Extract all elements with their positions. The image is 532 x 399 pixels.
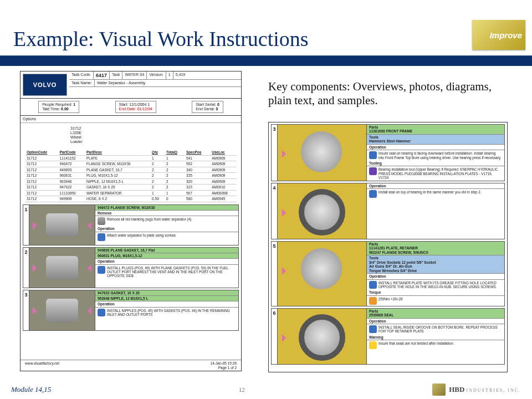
parts-band: Parts11301600 FRONT FRAME	[367, 125, 504, 135]
company-subtitle: INDUSTRIES, INC.	[467, 388, 521, 393]
step-text: Attach water separator to plate using sc…	[95, 232, 238, 242]
version-value: 1	[166, 71, 173, 79]
table-row: 31712960631PLUG, M16X1,5-1222335AM0909	[25, 173, 237, 178]
torque-icon	[369, 297, 377, 305]
task-code-label: Task Code:	[69, 71, 94, 79]
part-band: 963948 NIPPLE, 12 M16X1,5 L	[95, 296, 238, 301]
table-row: 3171211141152PLATE11541AM0909	[25, 155, 237, 161]
step-text: 259Nm +26/-28	[367, 296, 504, 306]
instruction-step: 5 Parts11141261 PLATE, RETAINER962247 FL…	[271, 241, 505, 306]
slide: Improve Example: Visual Work Instruction…	[0, 0, 532, 399]
step-text: Insure that seals are not twisted after …	[367, 340, 504, 350]
module-label: Module 14,15	[11, 385, 51, 394]
info-people: People Required: 1 Takt Time: 6.00	[38, 101, 79, 113]
section-label: Operation	[367, 319, 504, 324]
step-number: 3	[272, 125, 277, 181]
section-label: Torque	[367, 290, 504, 295]
page-number: 12	[239, 386, 245, 393]
step-photo	[29, 248, 95, 288]
step-number: 3	[23, 290, 29, 330]
doc-header: VOLVO Task Code: 6417 Task WATER S4 Vers…	[21, 71, 241, 99]
hbd-logo-icon	[432, 383, 446, 396]
parts-band: Parts2539808 SEAL	[367, 309, 504, 319]
step-text: INSTALL PLUGS (POS. 49) WITH PLANE GASKE…	[95, 265, 238, 279]
operation-icon	[369, 151, 377, 159]
step-photo	[29, 205, 95, 245]
table-row: 31712949909HOSE, 8 X 20.500580AM0945	[25, 196, 237, 202]
work-instruction-doc-left: VOLVO Task Code: 6417 Task WATER S4 Vers…	[20, 71, 242, 371]
section-label: Warning	[367, 335, 504, 340]
section-label: Operation	[367, 145, 504, 150]
part-band: 946472 FLANGE SCREW, M10X30	[95, 205, 238, 211]
part-band: 949893 PLANE GASKET, 16,7 Flat	[95, 248, 238, 253]
tools-band: Tools3/4" Drive Sockets 12 point 5/8" So…	[367, 255, 504, 274]
operation-icon	[98, 217, 105, 225]
table-row: 31712949893PLANE GASKET, 16,722340AM0909	[25, 167, 237, 172]
section-label: Operation	[95, 301, 238, 307]
part-band: 960631 PLUG, M16X1,5-12	[95, 253, 238, 259]
step-number: 1	[23, 205, 29, 245]
work-instruction-doc-right: 3 Parts11301600 FRONT FRAME ToolsHammers…	[268, 122, 508, 372]
step-number: 5	[272, 242, 277, 306]
step-number: 4	[272, 183, 277, 239]
version-label: Version:	[147, 71, 166, 79]
part-band: 947622 GASKET, 16 X 20	[95, 290, 238, 296]
step-number: 6	[272, 309, 277, 364]
options-label: Options	[21, 116, 241, 123]
section-label: Operation	[95, 259, 238, 264]
step-text: Bearing installation tool (Upper Bearing…	[367, 166, 504, 181]
task-label: Task	[110, 71, 122, 79]
operation-icon	[369, 190, 377, 198]
doc-footer: www.visualfactory.net 14-Jan-05 15:26 Pa…	[21, 360, 241, 371]
operation-icon	[369, 281, 377, 289]
info-serials: Start Serial: 0 End Serial: 0	[192, 101, 223, 113]
step-text: Install seal on top of bearing in the sa…	[367, 189, 504, 199]
operation-icon	[98, 266, 105, 274]
step-text: Insure seal on bearing is facing downwar…	[367, 150, 504, 160]
slide-title: Example: Visual Work Instructions	[13, 27, 309, 51]
table-row: 31712946472FLANGE SCREW, M10X3022552AM09…	[25, 161, 237, 167]
company-name: HBD	[449, 385, 464, 393]
task-code: 6417	[94, 71, 110, 79]
improve-badge: Improve	[472, 20, 525, 50]
section-label: Operation	[367, 183, 504, 189]
warning-icon	[369, 341, 377, 349]
improve-label: Improve	[490, 30, 522, 40]
doc-info-block: People Required: 1 Takt Time: 6.00 Start…	[21, 99, 241, 116]
info-dates: Start: 12/1/2004 1 End Date: 01/12/04	[115, 101, 156, 113]
section-label: Remove	[95, 211, 238, 216]
table-row: 31712947622GASKET, 16 X 2022315AM0910	[25, 185, 237, 190]
slide-footer: Module 14,15 12 HBD INDUSTRIES, INC.	[11, 383, 521, 396]
instruction-step: 6 Parts2539808 SEAL Operation INSTALL SE…	[271, 308, 505, 365]
tooling-icon	[369, 167, 377, 175]
instruction-step: 2 949893 PLANE GASKET, 16,7 Flat 960631 …	[23, 247, 239, 288]
step-photo	[277, 242, 367, 306]
key-components-text: Key components: Overviews, photos, diagr…	[268, 80, 507, 108]
section-label: Tooling	[367, 161, 504, 166]
task-name-label: Task Name:	[69, 80, 95, 86]
operation-icon	[98, 233, 105, 241]
title-divider	[0, 55, 532, 66]
tools-band: ToolsHammers Steel Hammer	[367, 135, 504, 145]
parts-band: Parts11141261 PLATE, RETAINER962247 FLAN…	[367, 242, 504, 255]
instruction-step: 4 Operation Install seal on top of beari…	[271, 183, 505, 239]
table-row: 3171211110050WATER SEPARATOR11567AM0926B	[25, 190, 237, 196]
volvo-logo: VOLVO	[23, 74, 67, 96]
operation-icon	[369, 325, 377, 333]
rev: 5,419	[173, 71, 188, 79]
step-number: 2	[23, 248, 29, 288]
table-row: 31712963948NIPPLE, 12 M16X1,5 L22320AM09…	[25, 178, 237, 184]
step-text: INSTALL SEAL INSIDE GROOVE ON BOTTOM BOR…	[367, 324, 504, 334]
operation-icon	[98, 309, 105, 316]
step-photo	[277, 183, 367, 239]
step-photo	[29, 290, 95, 330]
task-name: Water Separator - Assembly	[95, 80, 241, 86]
step-text: INSTALL RETAINER PLATE WITH ITS GREASE F…	[367, 280, 504, 290]
options-block: 31712L330EWheelLoader	[21, 123, 241, 147]
content-area: Key components: Overviews, photos, diagr…	[13, 71, 519, 377]
instruction-step: 3 947622 GASKET, 16 X 20 963948 NIPPLE, …	[23, 290, 239, 331]
instruction-step: 1 946472 FLANGE SCREW, M10X30 Remove Rem…	[23, 204, 239, 245]
section-label: Operation	[95, 226, 238, 232]
step-text: Remove all red blanking pugs from water …	[95, 216, 238, 226]
step-photo	[277, 125, 367, 181]
